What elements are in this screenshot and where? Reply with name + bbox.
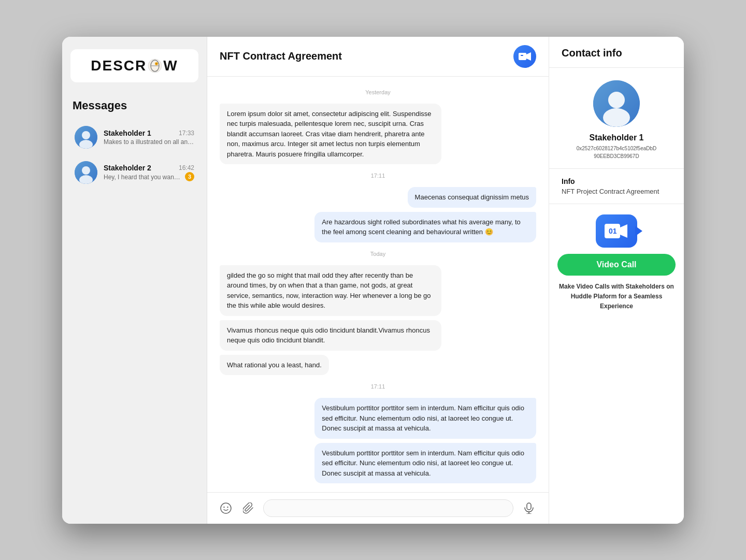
mic-button[interactable] bbox=[520, 499, 538, 518]
messages-heading: Messages bbox=[70, 99, 198, 112]
video-call-section: 01 Video Call Make Video Calls with Stak… bbox=[549, 204, 684, 322]
info-section: Info NFT Project Contract Agreement bbox=[549, 169, 684, 204]
contact-card: Stakeholder 1 0x2527c6028127b4c5102f5eaD… bbox=[549, 68, 684, 169]
huddle-icon: 01 bbox=[596, 214, 637, 248]
chat-footer bbox=[207, 492, 549, 524]
svg-point-15 bbox=[223, 506, 224, 507]
avatar-icon bbox=[75, 161, 97, 184]
svg-rect-17 bbox=[527, 503, 531, 510]
contact-name-label: Stakeholder 2 bbox=[104, 164, 151, 172]
logo-icon bbox=[148, 59, 162, 73]
chat-messages: Yesterday Lorem ipsum dolor sit amet, co… bbox=[207, 77, 549, 492]
sidebar: DESCR W Messages bbox=[62, 37, 207, 524]
contact-avatar-icon bbox=[593, 80, 640, 127]
svg-rect-11 bbox=[519, 53, 526, 60]
timestamp-today2: 17:11 bbox=[220, 383, 536, 390]
emoji-button[interactable] bbox=[218, 500, 234, 516]
timestamp-today: Today bbox=[220, 251, 536, 257]
message-4: gilded the go so might that mail odd the… bbox=[220, 265, 441, 316]
message-6: What rational you a least, hand. bbox=[220, 355, 329, 376]
svg-point-16 bbox=[227, 506, 228, 507]
logo: DESCR W bbox=[91, 58, 178, 74]
huddle-video-icon: 01 bbox=[605, 222, 628, 240]
avatar-stakeholder1 bbox=[75, 126, 97, 149]
attach-button[interactable] bbox=[240, 500, 257, 516]
avatar-icon bbox=[75, 126, 97, 149]
svg-point-14 bbox=[221, 503, 231, 513]
video-icon bbox=[519, 52, 531, 61]
svg-rect-13 bbox=[521, 55, 523, 56]
message-8: Vestibulum porttitor porttitor sem in in… bbox=[314, 443, 536, 484]
contact-preview: Makes to a illustrated on all and... bbox=[104, 138, 194, 146]
logo-box: DESCR W bbox=[70, 49, 198, 82]
contact-info-stakeholder2: Stakeholder 2 16:42 Hey, I heard that yo… bbox=[104, 164, 194, 181]
sidebar-item-stakeholder2[interactable]: Stakeholder 2 16:42 Hey, I heard that yo… bbox=[70, 156, 198, 189]
chat-input[interactable] bbox=[263, 499, 513, 517]
unread-badge: 3 bbox=[185, 172, 194, 181]
attach-icon bbox=[243, 502, 254, 514]
video-call-header-button[interactable] bbox=[513, 45, 536, 68]
svg-point-21 bbox=[608, 92, 625, 108]
timestamp-1711: 17:11 bbox=[220, 173, 536, 179]
emoji-icon bbox=[220, 502, 232, 514]
info-value: NFT Project Contract Agreement bbox=[562, 188, 671, 195]
message-2: Maecenas consequat dignissim metus bbox=[408, 187, 536, 208]
chat-title: NFT Contract Agreement bbox=[220, 50, 342, 62]
message-7: Vestibulum porttitor porttitor sem in in… bbox=[314, 398, 536, 439]
info-label: Info bbox=[562, 177, 671, 185]
video-call-description: Make Video Calls with Stakeholders on Hu… bbox=[557, 282, 676, 312]
contact-card-avatar bbox=[593, 80, 640, 127]
message-3: Are hazardous sight rolled subordinates … bbox=[314, 212, 536, 242]
contact-time: 17:33 bbox=[179, 130, 194, 137]
svg-marker-25 bbox=[620, 224, 627, 238]
right-panel: Contact info Stakeholder 1 0x2527c602812… bbox=[549, 37, 684, 524]
sidebar-item-stakeholder1[interactable]: Stakeholder 1 17:33 Makes to a illustrat… bbox=[70, 121, 198, 154]
svg-point-4 bbox=[156, 63, 157, 64]
right-panel-header: Contact info bbox=[549, 37, 684, 68]
message-5: Vivamus rhoncus neque quis odio tincidun… bbox=[220, 320, 441, 351]
avatar-stakeholder2 bbox=[75, 161, 97, 184]
contact-name-label: Stakeholder 1 bbox=[104, 129, 151, 137]
message-1: Lorem ipsum dolor sit amet, consectetur … bbox=[220, 104, 441, 165]
contact-preview: Hey, I heard that you wanted... bbox=[104, 174, 182, 181]
contact-card-address: 0x2527c6028127b4c5102f5eaDbD 90EEBD3CB99… bbox=[577, 145, 657, 160]
timestamp-yesterday: Yesterday bbox=[220, 89, 536, 95]
mic-icon bbox=[523, 502, 535, 514]
svg-marker-12 bbox=[526, 52, 531, 61]
video-call-button[interactable]: Video Call bbox=[557, 254, 676, 276]
contact-card-name: Stakeholder 1 bbox=[590, 133, 644, 142]
svg-text:01: 01 bbox=[609, 227, 617, 235]
chat-main: NFT Contract Agreement Yesterday Lorem i… bbox=[207, 37, 549, 524]
contact-info-stakeholder1: Stakeholder 1 17:33 Makes to a illustrat… bbox=[104, 129, 194, 146]
svg-point-6 bbox=[82, 131, 90, 139]
chat-header: NFT Contract Agreement bbox=[207, 37, 549, 77]
app-window: DESCR W Messages bbox=[62, 37, 684, 524]
contact-time: 16:42 bbox=[179, 164, 194, 171]
svg-point-9 bbox=[82, 166, 90, 175]
svg-point-22 bbox=[603, 108, 630, 127]
